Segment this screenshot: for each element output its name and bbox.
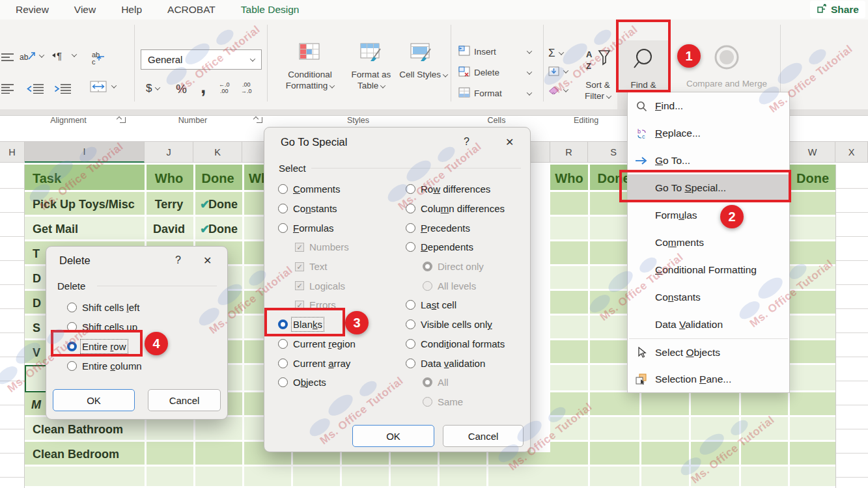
- tab-table-design[interactable]: Table Design: [231, 2, 309, 18]
- task-cell[interactable]: Clean Bedroom: [33, 442, 119, 467]
- goto-special-dialog: Go To Special ? ✕ Select Comments Consta…: [264, 127, 531, 452]
- format-as-table-button[interactable]: Format as Table: [341, 69, 401, 91]
- merge-center-button[interactable]: [90, 81, 116, 92]
- column-header-blank2[interactable]: [531, 142, 550, 163]
- cancel-button[interactable]: Cancel: [148, 389, 221, 411]
- done-cell[interactable]: ✔Done: [195, 217, 242, 241]
- option-column-differences[interactable]: Column differences: [406, 199, 529, 219]
- task-cell[interactable]: Get Mail: [33, 217, 78, 241]
- column-header-i[interactable]: I: [25, 142, 145, 163]
- decrease-decimal-button[interactable]: .00→.0: [241, 81, 252, 94]
- align-left-icon[interactable]: [1, 83, 14, 96]
- task-cell[interactable]: M: [31, 392, 41, 417]
- annotation-box-blanks: [264, 308, 345, 336]
- text-direction-button[interactable]: ¶: [51, 49, 76, 61]
- column-header-r[interactable]: R: [550, 142, 588, 163]
- share-button[interactable]: Share: [810, 1, 865, 18]
- option-comments[interactable]: Comments: [278, 180, 403, 199]
- option-constants[interactable]: Constants: [278, 199, 403, 219]
- increase-indent-icon[interactable]: [53, 83, 72, 96]
- task-cell[interactable]: Pick Up Toys/Misc: [33, 192, 135, 217]
- task-cell[interactable]: D: [33, 266, 41, 291]
- who-cell[interactable]: Terry: [145, 192, 193, 217]
- format-as-table-icon: [360, 43, 382, 64]
- fill-button[interactable]: [548, 66, 568, 77]
- column-header-h[interactable]: H: [0, 142, 25, 163]
- option-text[interactable]: Text: [295, 257, 403, 277]
- tab-help[interactable]: Help: [111, 2, 152, 18]
- autosum-button[interactable]: Σ: [548, 47, 563, 60]
- option-numbers[interactable]: Numbers: [295, 237, 403, 257]
- done-cell[interactable]: ✔Done: [195, 192, 242, 217]
- increase-decimal-button[interactable]: ←.0.00: [219, 81, 230, 94]
- menu-item-replace[interactable]: bcReplace...: [628, 120, 789, 147]
- sort-filter-button[interactable]: Sort & Filter: [577, 79, 619, 102]
- menu-item-constants[interactable]: Constants: [628, 284, 789, 311]
- task-cell[interactable]: D: [33, 291, 41, 316]
- number-format-dropdown[interactable]: General: [141, 49, 262, 70]
- clear-button[interactable]: [548, 86, 568, 95]
- insert-cells-button[interactable]: Insert: [458, 46, 531, 58]
- column-header-j[interactable]: J: [145, 142, 193, 163]
- column-header-x[interactable]: X: [835, 142, 868, 163]
- menu-item-comments[interactable]: Comments: [628, 229, 789, 256]
- sort-filter-icon: AZ: [585, 48, 611, 74]
- option-dependents[interactable]: Dependents: [406, 237, 529, 257]
- ok-button[interactable]: OK: [352, 425, 434, 447]
- option-direct-only[interactable]: Direct only: [423, 257, 529, 277]
- paragraph-icon: ¶: [51, 49, 68, 61]
- decrease-indent-icon[interactable]: [26, 83, 44, 96]
- cell-styles-button[interactable]: Cell Styles: [399, 69, 448, 80]
- menu-item-selection-pane[interactable]: Selection Pane...: [628, 366, 789, 392]
- task-cell[interactable]: Clean Bathroom: [33, 417, 123, 442]
- percent-button[interactable]: %: [176, 82, 187, 96]
- option-current-array[interactable]: Current array: [278, 353, 403, 373]
- menu-item-conditional-formatting[interactable]: Conditional Formatting: [628, 256, 789, 284]
- align-middle-icon[interactable]: [1, 52, 14, 65]
- orientation-button[interactable]: ab: [20, 49, 44, 62]
- option-precedents[interactable]: Precedents: [406, 218, 529, 237]
- tab-review[interactable]: Review: [6, 2, 59, 18]
- help-button[interactable]: ?: [175, 254, 181, 266]
- option-conditional-formats[interactable]: Conditional formats: [406, 334, 529, 354]
- option-visible-cells-only[interactable]: Visible cells only: [406, 315, 529, 334]
- menu-item-select-objects[interactable]: Select Objects: [628, 339, 789, 366]
- selection-pane-icon: [628, 373, 655, 385]
- option-row-differences[interactable]: Row differences: [406, 180, 529, 199]
- option-all-levels[interactable]: All levels: [423, 276, 529, 295]
- currency-button[interactable]: $: [146, 82, 160, 95]
- task-cell[interactable]: V: [33, 340, 40, 365]
- option-current-region[interactable]: Current region: [278, 334, 403, 354]
- option-entire-column[interactable]: Entire column: [67, 356, 210, 375]
- menu-item-data-validation[interactable]: Data Validation: [628, 311, 789, 338]
- column-header-k[interactable]: K: [193, 142, 242, 163]
- delete-cells-button[interactable]: Delete: [458, 66, 531, 79]
- ok-button[interactable]: OK: [53, 389, 135, 411]
- comma-style-button[interactable]: ,: [201, 75, 206, 98]
- who-cell[interactable]: David: [145, 217, 193, 241]
- menu-item-find[interactable]: Find...: [628, 92, 789, 120]
- format-cells-button[interactable]: Format: [458, 87, 531, 100]
- tab-acrobat[interactable]: ACROBAT: [158, 2, 225, 18]
- option-all[interactable]: All: [423, 373, 529, 392]
- conditional-formatting-button[interactable]: Conditional Formatting: [279, 69, 341, 91]
- option-logicals[interactable]: Logicals: [295, 276, 403, 295]
- number-dialog-launcher[interactable]: [257, 117, 262, 123]
- help-button[interactable]: ?: [464, 136, 469, 148]
- option-same[interactable]: Same: [423, 392, 529, 412]
- menu-item-formulas[interactable]: Formulas: [628, 202, 789, 229]
- tab-view[interactable]: View: [64, 2, 105, 18]
- option-last-cell[interactable]: Last cell: [406, 295, 529, 315]
- option-data-validation[interactable]: Data validation: [406, 353, 529, 373]
- option-shift-cells-left[interactable]: Shift cells left: [67, 297, 210, 317]
- close-icon[interactable]: ✕: [505, 136, 514, 148]
- alignment-dialog-launcher[interactable]: [120, 117, 126, 123]
- option-formulas[interactable]: Formulas: [278, 218, 403, 237]
- close-icon[interactable]: ✕: [203, 254, 212, 267]
- task-cell[interactable]: S: [33, 316, 40, 340]
- cancel-button[interactable]: Cancel: [443, 425, 524, 447]
- wrap-text-icon[interactable]: abc: [91, 51, 107, 68]
- task-cell[interactable]: T: [33, 241, 40, 266]
- option-objects[interactable]: Objects: [278, 373, 403, 392]
- column-header-w[interactable]: W: [790, 142, 835, 163]
